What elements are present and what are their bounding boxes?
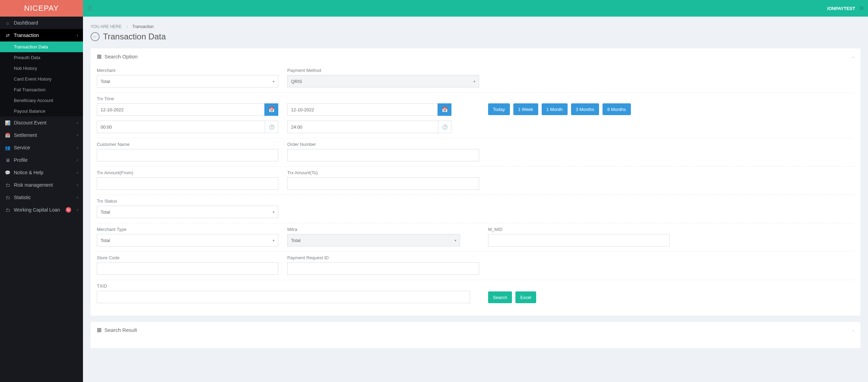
sidebar-item-profile[interactable]: 🖥Profile‹ [0,154,83,166]
time-from-input[interactable] [97,121,265,133]
payment-request-id-input[interactable] [287,262,479,275]
calendar-from-button[interactable]: 📅 [264,103,278,116]
merchant-value: Total [101,79,110,84]
sidebar-item-label: Notice & Help [14,170,44,175]
chevron-left-icon: ‹ [77,207,78,212]
trx-amount-to-input[interactable] [287,177,479,190]
menu-toggle-icon[interactable]: ☰ [83,4,97,12]
nav-icon: 📅 [5,133,10,138]
quick-range-1-month[interactable]: 1 Month [542,103,568,115]
date-to-input[interactable] [287,103,438,116]
order-number-label: Order Number [287,142,479,147]
search-result-panel: ▦ Search Result ⌄ [91,322,860,348]
breadcrumb: YOU ARE HERE › Transaction [91,24,860,29]
time-to-picker[interactable]: 🕐 [438,121,451,133]
sidebar-item-notice-help[interactable]: 💬Notice & Help‹ [0,166,83,179]
mitra-select[interactable]: Total ▾ [287,234,460,246]
new-badge: N [66,207,71,213]
merchant-type-select[interactable]: Total ▾ [97,234,278,246]
breadcrumb-root: YOU ARE HERE [91,24,122,29]
customer-name-input[interactable] [97,149,278,161]
m-mid-input[interactable] [488,234,670,246]
panel-header-search-result[interactable]: ▦ Search Result ⌄ [91,322,860,338]
merchant-type-label: Merchant Type [97,227,278,232]
merchant-select[interactable]: Total ▾ [97,75,278,87]
sidebar-subitem-preauth-data[interactable]: Preauth Data [0,52,83,63]
sidebar-item-service[interactable]: 👥Service‹ [0,141,83,154]
sidebar-item-risk-management[interactable]: 🗀Risk management‹ [0,179,83,191]
store-code-label: Store Code [97,255,278,260]
quick-range-6-months[interactable]: 6 Months [603,103,631,115]
merchant-type-value: Total [101,238,110,243]
sidebar-item-dashboard[interactable]: ⌂DashBoard [0,17,83,29]
sidebar-item-discount-event[interactable]: 📊Discount Event‹ [0,117,83,129]
quick-range-3-months[interactable]: 3 Months [571,103,599,115]
m-mid-label: M_MID [488,227,854,232]
payment-method-select[interactable]: QRIS ▾ [287,75,479,87]
chevron-left-icon: ‹ [77,183,78,187]
nav-icon: 🗀 [5,183,10,188]
sidebar-subitem-fail-transaction[interactable]: Fail Transaction [0,84,83,95]
sidebar-item-transaction[interactable]: ⇄Transaction‹ [0,29,83,41]
customer-name-label: Customer Name [97,142,278,147]
chevron-down-icon[interactable]: ⌄ [852,328,855,332]
clock-icon: 🕐 [269,124,274,130]
topbar: NICEPAY ☰ IONPAYTEST ⚙ [0,0,868,17]
panel-title: Search Result [104,327,137,333]
page-title: Transaction Data [103,32,166,41]
search-option-body: Merchant Total ▾ Payment Method QRIS ▾ [91,64,860,316]
time-to-input[interactable] [287,121,438,133]
sidebar-item-label: Discount Event [14,120,46,125]
txid-input[interactable] [97,291,470,303]
sidebar-subitem-payout-balance[interactable]: Payout Balance [0,106,83,117]
payment-request-id-label: Payment Request ID [287,255,479,260]
sidebar-item-label: DashBoard [14,20,38,26]
search-result-body [91,338,860,348]
sidebar-item-settlement[interactable]: 📅Settlement‹ [0,129,83,141]
trx-amount-from-input[interactable] [97,177,278,190]
search-button[interactable]: Search [488,291,512,303]
sidebar-item-label: Service [14,145,30,150]
sidebar-submenu: Transaction DataPreauth DataNoti History… [0,41,83,117]
page-title-row: ← Transaction Data [91,32,860,41]
calendar-to-button[interactable]: 📅 [438,103,451,116]
sidebar-subitem-noti-history[interactable]: Noti History [0,63,83,74]
nav-icon: 🗀 [5,207,10,213]
brand-logo[interactable]: NICEPAY [0,0,83,17]
chevron-left-icon: ‹ [77,33,78,38]
caret-down-icon: ▾ [273,80,274,83]
mitra-value: Total [291,238,300,243]
date-from-input[interactable] [97,103,264,116]
merchant-label: Merchant [97,68,278,73]
current-user[interactable]: IONPAYTEST [827,6,855,11]
order-number-input[interactable] [287,149,479,161]
back-button[interactable]: ← [91,32,100,41]
time-from-picker[interactable]: 🕐 [265,121,278,133]
trx-status-select[interactable]: Total ▾ [97,206,278,218]
sidebar-item-label: Profile [14,157,28,163]
chevron-left-icon: ‹ [77,145,78,150]
quick-range-today[interactable]: Today [488,103,510,115]
store-code-input[interactable] [97,262,278,275]
sidebar-item-statistic[interactable]: 🗀Statistic‹ [0,191,83,204]
gear-icon[interactable]: ⚙ [859,5,864,11]
sidebar-item-label: Statistic [14,195,31,200]
sidebar-subitem-beneficiary-account[interactable]: Beneficiary Account [0,95,83,106]
sidebar-subitem-transaction-data[interactable]: Transaction Data [0,41,83,52]
sidebar-item-working-capital-loan[interactable]: 🗀Working Capital LoanN‹ [0,204,83,216]
chevron-down-icon[interactable]: ⌄ [852,54,855,59]
sidebar: ⌂DashBoard⇄Transaction‹Transaction DataP… [0,17,83,360]
chevron-left-icon: ‹ [77,120,78,125]
chevron-left-icon: ‹ [77,133,78,138]
sidebar-item-label: Transaction [14,32,39,38]
sidebar-item-label: Working Capital Loan [14,207,60,213]
panel-header-search-option[interactable]: ▦ Search Option ⌄ [91,48,860,64]
calendar-icon: 📅 [269,107,274,112]
excel-button[interactable]: Excel [515,291,536,303]
caret-down-icon: ▾ [273,239,274,242]
grid-icon: ▦ [97,327,102,333]
nav-icon: 👥 [5,145,10,150]
quick-range-1-week[interactable]: 1 Week [513,103,538,115]
sidebar-subitem-card-event-history[interactable]: Card Event History [0,74,83,84]
nav-icon: 📊 [5,120,10,125]
